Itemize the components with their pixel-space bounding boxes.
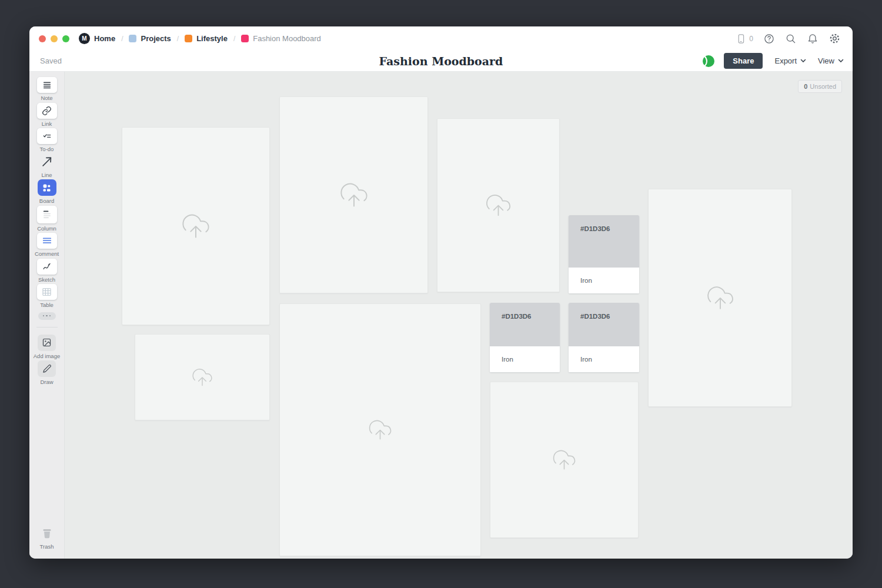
image-placeholder-card[interactable] <box>279 303 481 556</box>
avatar[interactable] <box>693 54 707 68</box>
app-logo-icon: M <box>79 33 90 44</box>
tool-comment[interactable]: Comment <box>35 233 59 257</box>
image-placeholder-card[interactable] <box>279 96 428 293</box>
cloud-upload-icon <box>706 283 735 313</box>
view-label: View <box>818 56 834 65</box>
ellipsis-icon <box>49 315 51 317</box>
top-right-icons: 0 <box>735 32 841 45</box>
swatch-color-area: #D1D3D6 <box>569 303 639 346</box>
unsorted-badge[interactable]: 0Unsorted <box>798 80 842 93</box>
title-bar: Saved Fashion Moodboard Share Export Vie… <box>29 51 853 71</box>
tool-column[interactable]: Column <box>37 206 57 232</box>
trash-bin[interactable]: Trash <box>37 526 57 550</box>
ellipsis-icon <box>43 315 45 317</box>
breadcrumb-separator: / <box>121 35 123 43</box>
export-dropdown[interactable]: Export <box>774 56 806 65</box>
app-window: M Home / Projects / Lifestyle / Fashion … <box>29 26 853 559</box>
mobile-app-button[interactable]: 0 <box>735 33 753 45</box>
cloud-upload-icon <box>191 366 213 389</box>
minimize-window-button[interactable] <box>51 35 58 42</box>
help-icon[interactable] <box>763 33 775 45</box>
sketch-pen-icon <box>37 259 57 275</box>
more-tools-button[interactable] <box>38 312 56 320</box>
board-color-icon <box>129 35 136 42</box>
board-color-icon <box>185 35 192 42</box>
gear-icon[interactable] <box>828 32 841 45</box>
table-grid-icon <box>37 284 57 300</box>
header: M Home / Projects / Lifestyle / Fashion … <box>29 26 853 72</box>
breadcrumb-lifestyle-label: Lifestyle <box>196 34 228 43</box>
trash-icon <box>37 526 57 542</box>
swatch-name: Iron <box>569 346 639 372</box>
tool-table[interactable]: Table <box>37 284 57 308</box>
image-icon <box>38 335 56 351</box>
share-button[interactable]: Share <box>724 53 763 69</box>
cloud-upload-icon <box>339 180 369 211</box>
image-placeholder-card[interactable] <box>122 127 270 325</box>
view-dropdown[interactable]: View <box>818 56 844 65</box>
breadcrumb-current-label: Fashion Moodboard <box>253 34 321 43</box>
board-color-icon <box>241 35 249 42</box>
arrow-line-icon <box>37 154 57 170</box>
checklist-icon <box>37 128 57 144</box>
breadcrumb-separator: / <box>233 35 235 43</box>
swatch-color-area: #D1D3D6 <box>569 215 639 268</box>
cloud-upload-icon <box>485 192 512 219</box>
mobile-icon <box>735 33 747 45</box>
board-grid-icon <box>38 179 56 196</box>
image-placeholder-card[interactable] <box>135 334 270 420</box>
breadcrumb-home-label: Home <box>94 34 115 43</box>
breadcrumb-lifestyle[interactable]: Lifestyle <box>185 34 228 43</box>
tool-line[interactable]: Line <box>37 154 57 178</box>
window-controls <box>39 35 69 42</box>
tool-sketch[interactable]: Sketch <box>37 259 57 283</box>
chain-link-icon <box>37 103 57 119</box>
tool-add-image[interactable]: Add image <box>34 335 60 359</box>
sidebar-divider <box>36 327 58 328</box>
swatch-color-area: #D1D3D6 <box>490 303 560 346</box>
breadcrumb-current-board[interactable]: Fashion Moodboard <box>241 34 321 43</box>
breadcrumb: M Home / Projects / Lifestyle / Fashion … <box>79 33 321 44</box>
board-canvas[interactable]: 0Unsorted <box>65 72 853 559</box>
breadcrumb-projects-label: Projects <box>141 34 171 43</box>
tool-note[interactable]: Note <box>37 77 57 101</box>
note-lines-icon <box>37 77 57 93</box>
collaborator-avatars <box>693 54 716 68</box>
cloud-upload-icon <box>181 211 211 242</box>
draw-pen-icon <box>38 360 56 377</box>
tool-link[interactable]: Link <box>37 103 57 127</box>
breadcrumb-bar: M Home / Projects / Lifestyle / Fashion … <box>29 26 853 51</box>
comment-bubble-icon <box>37 233 57 249</box>
search-icon[interactable] <box>785 33 797 45</box>
color-swatch-card[interactable]: #D1D3D6 Iron <box>569 303 639 372</box>
export-label: Export <box>774 56 797 65</box>
breadcrumb-separator: / <box>177 35 179 43</box>
tool-board[interactable]: Board <box>38 179 56 204</box>
ellipsis-icon <box>46 315 48 317</box>
image-placeholder-card[interactable] <box>648 189 792 407</box>
column-icon <box>37 206 57 223</box>
zoom-window-button[interactable] <box>62 35 69 42</box>
tool-draw[interactable]: Draw <box>38 360 56 385</box>
tool-sidebar: Note Link To-do <box>29 72 65 559</box>
mobile-count: 0 <box>749 35 753 43</box>
image-placeholder-card[interactable] <box>490 382 639 538</box>
color-swatch-card[interactable]: #D1D3D6 Iron <box>490 303 560 372</box>
image-placeholder-card[interactable] <box>437 118 560 292</box>
chevron-down-icon <box>838 59 844 63</box>
close-window-button[interactable] <box>39 35 46 42</box>
swatch-name: Iron <box>569 268 639 293</box>
tool-todo[interactable]: To-do <box>37 128 57 152</box>
color-swatch-card[interactable]: #D1D3D6 Iron <box>569 215 639 293</box>
cloud-upload-icon <box>552 447 577 473</box>
cloud-upload-icon <box>368 417 393 443</box>
swatch-name: Iron <box>490 346 560 372</box>
breadcrumb-home[interactable]: M Home <box>79 33 115 44</box>
bell-icon[interactable] <box>807 33 818 45</box>
breadcrumb-projects[interactable]: Projects <box>129 34 171 43</box>
chevron-down-icon <box>800 59 806 63</box>
